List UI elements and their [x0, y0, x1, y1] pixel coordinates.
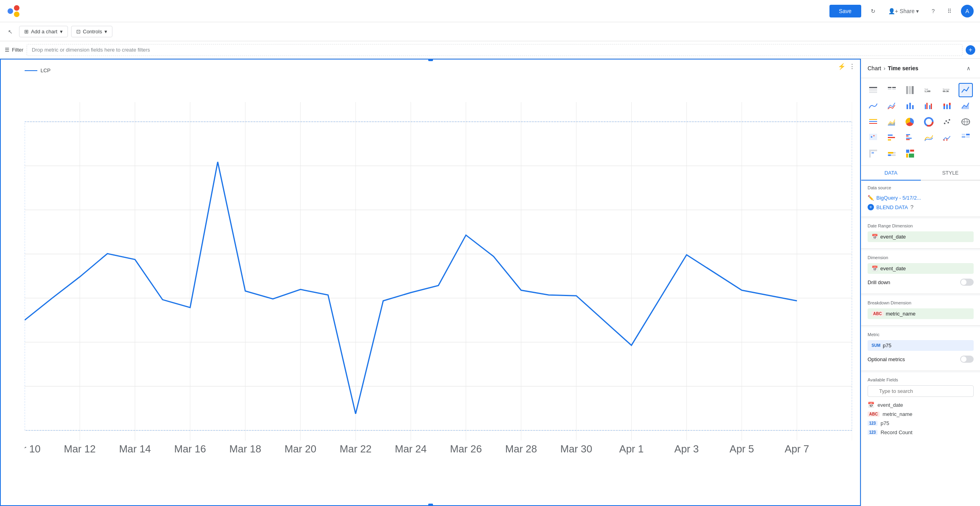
svg-rect-73 [943, 104, 945, 106]
num-badge-p75: 123 [868, 421, 878, 426]
chart-type-table-heatmap[interactable] [959, 131, 973, 145]
field-item-event-date[interactable]: 📅 event_date [868, 400, 974, 410]
field-item-record-count[interactable]: 123 Record Count [868, 428, 974, 437]
legend-line [25, 70, 37, 71]
chart-type-progress[interactable] [885, 146, 899, 161]
chart-type-grid: Total1,168 Sessions69.3K [861, 78, 980, 166]
datasource-row: ✏️ BigQuery - 5/17/2... [868, 193, 974, 202]
help-button[interactable]: ? [928, 6, 938, 16]
svg-rect-114 [910, 150, 914, 152]
collapse-panel-button[interactable]: ∧ [963, 63, 974, 73]
chart-type-blocks[interactable] [903, 146, 917, 161]
panel-section-title: Time series [888, 65, 918, 71]
optional-metrics-row: Optional metrics [868, 352, 974, 366]
date-range-field[interactable]: 📅 event_date [868, 231, 974, 242]
chart-type-stat-total[interactable]: Total1,168 [922, 83, 936, 97]
svg-rect-110 [888, 152, 893, 154]
available-fields-label: Available Fields [868, 377, 974, 382]
optional-metrics-toggle[interactable] [960, 356, 974, 363]
tab-style[interactable]: STYLE [921, 166, 980, 181]
svg-text:Mar 16: Mar 16 [174, 443, 206, 454]
chart-type-bar-h2[interactable] [903, 131, 917, 145]
chart-type-table2[interactable] [885, 83, 899, 97]
svg-rect-54 [888, 87, 891, 88]
info-icon[interactable]: ? [910, 204, 914, 210]
svg-rect-97 [906, 136, 908, 137]
breakdown-section: Breakdown Dimension ABC metric_name [861, 296, 980, 326]
svg-rect-53 [869, 92, 877, 93]
chart-type-geo[interactable] [866, 131, 880, 145]
chart-type-donut[interactable] [922, 115, 936, 129]
chart-type-scatter[interactable] [940, 115, 954, 129]
resize-handle-bottom[interactable] [428, 504, 433, 506]
share-button[interactable]: 👤+ Share ▾ [885, 6, 922, 16]
legend-label: LCP [41, 67, 50, 73]
chart-type-area[interactable] [959, 99, 973, 113]
filter-label: ☰ Filter [5, 47, 23, 53]
svg-rect-98 [906, 138, 912, 139]
controls-button[interactable]: ⊡ Controls ▾ [71, 26, 112, 37]
avatar[interactable]: A [961, 5, 974, 17]
svg-rect-65 [907, 104, 908, 109]
svg-text:1,168: 1,168 [924, 90, 931, 92]
chart-type-pivot[interactable] [866, 146, 880, 161]
save-button[interactable]: Save [829, 5, 861, 17]
chart-type-stat-sessions[interactable]: Sessions69.3K [940, 83, 954, 97]
drill-down-label: Drill down [868, 279, 890, 285]
datasource-name[interactable]: BigQuery - 5/17/2... [876, 195, 921, 201]
chart-type-timeseries[interactable] [959, 83, 973, 97]
field-item-metric-name[interactable]: ABC metric_name [868, 410, 974, 419]
chart-type-bar-stacked[interactable] [940, 99, 954, 113]
chart-type-map[interactable] [959, 115, 973, 129]
chart-type-area-line[interactable] [922, 131, 936, 145]
svg-text:69.3K: 69.3K [943, 90, 949, 92]
num-badge-rc: 123 [868, 430, 878, 435]
drill-down-toggle[interactable] [960, 279, 974, 286]
svg-text:Mar 20: Mar 20 [284, 443, 316, 454]
apps-button[interactable]: ⠿ [944, 6, 955, 16]
share-label: Share [900, 8, 914, 14]
chart-type-line-multi[interactable] [885, 99, 899, 113]
filter-drop-area[interactable]: Drop metric or dimension fields here to … [27, 44, 963, 56]
chart-type-area-multi[interactable] [885, 115, 899, 129]
svg-text:Apr 3: Apr 3 [675, 443, 699, 454]
panel-header: Chart › Time series ∧ [861, 59, 980, 78]
top-nav: Save ↻ 👤+ Share ▾ ? ⠿ A [0, 0, 980, 22]
tab-data[interactable]: DATA [861, 166, 921, 181]
chart-type-combo[interactable] [940, 131, 954, 145]
chart-type-table1[interactable] [866, 83, 880, 97]
chart-type-bar-h[interactable] [885, 131, 899, 145]
chart-type-pie[interactable] [903, 115, 917, 129]
chart-type-smoothline[interactable] [866, 99, 880, 113]
panel-header-title: Chart › Time series [868, 65, 918, 71]
resize-handle-top[interactable] [428, 59, 433, 61]
pencil-icon: ✏️ [868, 195, 874, 201]
svg-rect-52 [869, 90, 877, 91]
refresh-button[interactable]: ↻ [868, 6, 879, 16]
metric-field-name: p75 [883, 342, 891, 348]
chart-type-list[interactable] [866, 115, 880, 129]
person-add-icon: 👤+ [888, 8, 898, 14]
dimension-field[interactable]: 📅 event_date [868, 263, 974, 274]
breakdown-label: Breakdown Dimension [868, 300, 974, 305]
chart-type-bar-multi[interactable] [922, 99, 936, 113]
metric-field[interactable]: SUM p75 [868, 340, 974, 351]
chart-add-icon: ⊞ [24, 29, 29, 35]
chart-type-table3[interactable] [903, 83, 917, 97]
select-tool-button[interactable]: ↖ [5, 27, 16, 37]
search-field-input[interactable] [868, 385, 974, 397]
field-p75: p75 [881, 420, 889, 426]
filter-add-button[interactable]: + [966, 45, 975, 55]
blend-data-button[interactable]: + BLEND DATA ? [868, 202, 974, 212]
available-fields-panel: Available Fields 📅 event_date ABC metric… [861, 373, 980, 506]
filter-bar: ☰ Filter Drop metric or dimension fields… [0, 41, 980, 59]
svg-rect-60 [912, 86, 914, 94]
chart-type-bar[interactable] [903, 99, 917, 113]
svg-rect-57 [892, 89, 896, 90]
svg-rect-94 [888, 137, 895, 138]
svg-rect-67 [912, 105, 914, 109]
breakdown-field[interactable]: ABC metric_name [868, 308, 974, 319]
field-item-p75[interactable]: 123 p75 [868, 419, 974, 428]
optional-metrics-label: Optional metrics [868, 356, 905, 362]
add-chart-button[interactable]: ⊞ Add a chart ▾ [19, 26, 68, 37]
